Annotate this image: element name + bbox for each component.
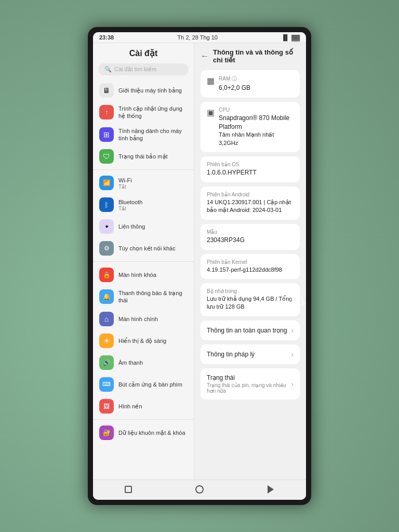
sidebar-item-feature[interactable]: ⊞ Tính năng dành cho máy tính bảng [93,124,194,146]
status-card[interactable]: Trạng thái Trạng thái của pin, mạng và n… [201,368,300,400]
android-value: 14 UKQ1.230917.001 | Cập nhật bảo mật An… [207,198,294,215]
sidebar-item-thongBao[interactable]: 🔔 Thanh thông báo & trạng thái [93,286,194,308]
dulieu-label: Dữ liệu khuôn mặt & khóa [118,429,185,436]
feature-icon: ⊞ [99,127,114,142]
sidebar-item-hinhNen[interactable]: 🖼 Hình nền [93,395,194,417]
nav-circle-button[interactable] [192,484,207,495]
sidebar-item-manHinhChinh[interactable]: ⌂ Màn hình chính [93,308,194,330]
bluetooth-status: Tắt [118,206,142,211]
battery-icon: ▓▓ [291,34,300,41]
cpu-card: ▣ CPU Snapdragon® 870 Mobile Platform Tâ… [201,102,300,152]
ram-card: ▦ RAM ⓘ 6,0+2,0 GB [201,70,300,98]
sidebar-item-duLieu[interactable]: 🔐 Dữ liệu khuôn mặt & khóa [93,422,194,444]
dulieu-icon: 🔐 [99,425,114,440]
feature-label: Tính năng dành cho máy tính bảng [118,127,188,142]
ram-value: 6,0+2,0 GB [219,84,250,92]
android-label: Phiên bản Android [207,192,294,197]
wifi-label: Wi-Fi [118,177,132,184]
mau-value: 23043RP34G [207,236,294,245]
settings-title: Cài đặt [93,43,194,61]
search-placeholder: Cài đặt tìm kiếm [114,66,156,73]
hienthi-label: Hiển thị & độ sáng [118,337,166,344]
sidebar-item-butCamUng[interactable]: ⌨ Bút cảm ứng & bàn phím [93,374,194,395]
hinnen-label: Hình nền [118,403,142,410]
security-label: Trạng thái bảo mật [118,153,168,160]
update-label: Trình cập nhật ứng dụng hệ thống [118,105,188,120]
butcamung-icon: ⌨ [99,377,114,392]
thongbao-icon: 🔔 [99,289,114,304]
cpu-sub: Tâm nhân Mạnh nhất 3,2GHz [219,131,294,147]
sidebar-item-manHinhKhoa[interactable]: 🔒 Màn hình khóa [93,264,194,286]
cpu-icon: ▣ [207,108,215,117]
legal-chevron-icon: › [291,350,294,358]
mhchinh-icon: ⌂ [99,312,114,326]
bluetooth-icon: ᛒ [99,197,114,212]
nav-circle-icon [195,485,204,494]
amthanh-icon: 🔊 [99,355,114,370]
storage-card: Bộ nhớ trong Lưu trữ khả dụng 94,4 GB / … [201,283,300,316]
amthanh-label: Âm thanh [118,359,143,366]
wifi-icon: 📶 [99,176,114,190]
security-icon: 🛡 [99,149,114,164]
legal-label: Thông tin pháp lý [207,351,255,358]
sidebar-item-update[interactable]: ↑ Trình cập nhật ứng dụng hệ thống [93,101,194,124]
status-bar: 23:38 Th 2, 28 Thg 10 ▐▌ ▓▓ [93,32,306,43]
search-box[interactable]: 🔍 Cài đặt tìm kiếm [98,63,189,75]
search-icon: 🔍 [104,66,112,73]
thongbao-label: Thanh thông báo & trạng thái [118,289,188,304]
sidebar-item-wifi[interactable]: 📶 Wi-Fi Tắt [93,172,194,194]
ketnoi-label: Tùy chọn kết nối khác [118,245,176,252]
storage-label: Bộ nhớ trong [207,288,294,294]
detail-panel: ← Thông tin và và thông số chi tiết ▦ RA… [194,43,306,480]
settings-list: 🖥 Giới thiệu máy tính bảng ↑ Trình cập n… [93,79,194,480]
legal-info-card[interactable]: Thông tin pháp lý › [201,344,300,364]
status-date: Th 2, 28 Thg 10 [178,34,218,41]
mhchinh-label: Màn hình chính [118,315,158,323]
sidebar-item-security[interactable]: 🛡 Trạng thái bảo mật [93,145,194,167]
sidebar-item-ketnoi[interactable]: ⚙ Tùy chọn kết nối khác [93,237,194,259]
cpu-label: CPU [219,107,294,113]
safety-label: Thông tin an toàn quan trọng [207,327,287,334]
sidebar-item-amThanh[interactable]: 🔊 Âm thanh [93,352,194,374]
kernel-card: Phiên bản Kernel 4.19.157-perf-g112d2ddc… [201,254,300,279]
lienthong-icon: ✦ [99,219,114,234]
sidebar-item-intro[interactable]: 🖥 Giới thiệu máy tính bảng [93,79,194,101]
intro-label: Giới thiệu máy tính bảng [118,87,182,94]
safety-chevron-icon: › [291,326,294,335]
mhkhoa-label: Màn hình khóa [118,271,156,278]
back-button[interactable]: ← [201,51,209,61]
nav-square-button[interactable] [121,484,136,495]
sidebar-item-bluetooth[interactable]: ᛒ Bluetooth Tắt [93,194,194,216]
bluetooth-label: Bluetooth [118,198,142,206]
ram-label: RAM ⓘ [219,75,250,83]
sidebar-item-hienThi[interactable]: ☀ Hiển thị & độ sáng [93,330,194,352]
cpu-value: Snapdragon® 870 Mobile Platform [219,114,294,131]
os-label: Phiên bản OS [207,162,294,167]
kernel-label: Phiên bản Kernel [207,259,294,265]
os-value: 1.0.6.0.HYPERTT [207,168,294,177]
nav-square-icon [125,486,132,493]
update-icon: ↑ [99,105,114,119]
storage-value: Lưu trữ khả dụng 94,4 GB / Tổng lưu trữ … [207,295,294,311]
kernel-value: 4.19.157-perf-g112d2ddc8f98 [207,266,294,274]
os-card: Phiên bản OS 1.0.6.0.HYPERTT [201,156,300,182]
mhkhoa-icon: 🔒 [99,268,114,282]
hienthi-icon: ☀ [99,334,114,348]
ketnoi-icon: ⚙ [99,241,114,256]
hinnen-icon: 🖼 [99,399,114,414]
status-time-date: 23:38 [99,34,114,41]
mau-card: Mẫu 23043RP34G [201,224,300,250]
status-label: Trạng thái [207,374,291,381]
lienthong-label: Liên thông [118,223,145,230]
mau-label: Mẫu [207,229,294,235]
signal-icon: ▐▌ [281,34,289,41]
safety-info-card[interactable]: Thông tin an toàn quan trọng › [201,321,300,340]
intro-icon: 🖥 [99,83,114,98]
detail-title: Thông tin và và thông số chi tiết [213,48,300,64]
settings-panel: Cài đặt 🔍 Cài đặt tìm kiếm 🖥 Giới thiệu … [93,43,194,480]
sidebar-item-lienThong[interactable]: ✦ Liên thông [93,216,194,237]
nav-bar [93,480,306,500]
nav-triangle-icon [268,485,274,494]
nav-back-button[interactable] [263,484,278,495]
status-sub: Trạng thái của pin, mạng và nhiều hơn nữ… [207,382,291,394]
